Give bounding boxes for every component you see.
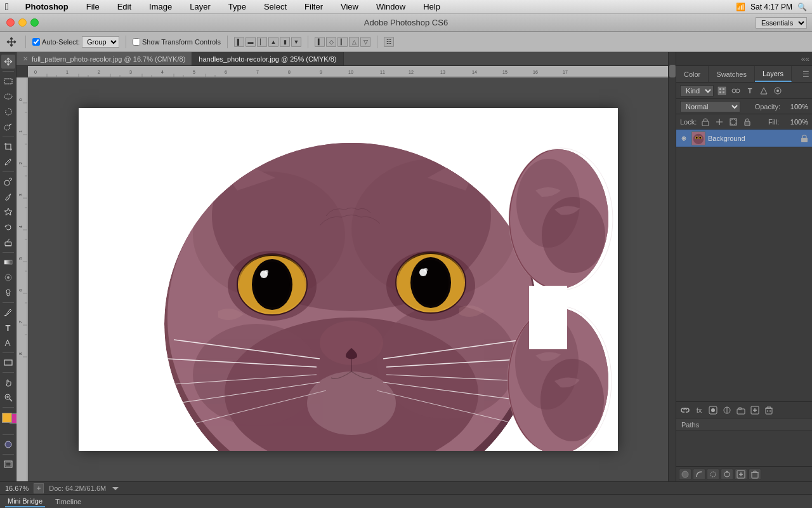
opacity-value[interactable]: 100% [783,103,808,110]
minimize-button[interactable] [18,18,27,27]
menu-photoshop[interactable]: Photoshop [22,2,72,11]
scroll-thumb[interactable] [669,65,676,77]
workspace-dropdown[interactable]: Essentials [756,17,807,29]
layer-link-btn[interactable] [679,404,691,417]
zoom-icon[interactable] [34,483,44,493]
layer-delete-btn[interactable] [763,404,775,417]
tool-path-select[interactable] [1,336,15,350]
tool-clone-stamp[interactable] [1,205,15,219]
align-top-btn[interactable]: ▲ [268,37,278,47]
tool-zoom[interactable] [1,391,15,404]
layer-group-btn[interactable] [735,404,747,417]
align-bottom-btn[interactable]: ▼ [291,37,301,47]
tab-timeline[interactable]: Timeline [53,497,84,507]
new-path-btn[interactable] [735,469,747,480]
kind-smart-icon[interactable] [772,85,783,97]
tool-crop[interactable] [1,140,15,154]
menu-layer[interactable]: Layer [186,2,214,11]
dist-top-btn[interactable]: △ [349,37,359,47]
tool-gradient[interactable] [1,255,15,269]
tool-brush[interactable] [1,190,15,204]
tool-quick-mask[interactable] [1,438,15,451]
align-right-btn[interactable]: ▏ [257,37,267,47]
tab-full-pattern[interactable]: ✕ full_pattern_photo-recolor.jpg @ 16.7%… [16,52,192,65]
tool-eraser[interactable] [1,236,15,250]
dist-center-v-btn[interactable]: ▽ [360,37,370,47]
tab-mini-bridge[interactable]: Mini Bridge [5,496,45,507]
tool-pen[interactable] [1,305,15,319]
align-center-v-btn[interactable]: ▮ [280,37,290,47]
doc-size-arrow[interactable] [111,484,120,493]
dist-center-h-btn[interactable]: ◇ [326,37,336,47]
layer-fx-btn[interactable]: fx [693,404,705,417]
layer-adj-btn[interactable] [721,404,733,417]
tool-lasso[interactable] [1,105,15,119]
tool-blur[interactable] [1,271,15,284]
tab-handles[interactable]: handles_photo-recolor.jpg @ 25% (CMYK/8) [192,52,343,65]
delete-path-btn[interactable] [749,469,761,480]
menu-file[interactable]: File [82,2,103,11]
selection-to-path-btn[interactable] [721,469,733,480]
path-to-selection-btn[interactable] [707,469,719,480]
close-button[interactable] [6,18,15,27]
kind-adjust-icon[interactable] [730,85,742,97]
menu-help[interactable]: Help [419,2,444,11]
path-fill-btn[interactable] [679,469,691,480]
kind-pixel-icon[interactable] [716,85,728,97]
tool-hand[interactable] [1,375,15,389]
lock-pixels-icon[interactable] [700,117,710,127]
menu-image[interactable]: Image [145,2,176,11]
workspace-selector[interactable]: Essentials [756,17,807,29]
apple-menu[interactable]:  [5,1,9,13]
path-stroke-btn[interactable] [693,469,705,480]
transform-controls-checkbox[interactable] [133,38,140,46]
tool-move[interactable] [1,55,15,69]
panel-tab-layers[interactable]: Layers [755,66,792,82]
align-left-btn[interactable]: ▌ [234,37,244,47]
tool-rect-shape[interactable] [1,356,15,370]
tool-heal[interactable] [1,175,15,189]
lock-all-icon[interactable] [742,117,752,127]
kind-type-icon[interactable]: T [744,85,756,97]
kind-shape-icon[interactable] [758,85,769,97]
auto-select-dropdown[interactable]: Group Layer [82,36,119,48]
tool-dodge[interactable] [1,286,15,300]
tool-screen-mode[interactable] [1,457,15,471]
dist-right-btn[interactable]: ▎ [337,37,348,47]
panel-options-btn[interactable]: ☰ [802,66,812,82]
lock-artboard-icon[interactable] [728,117,738,127]
layer-item-background[interactable]: Background [676,130,812,147]
layer-mask-btn[interactable] [707,404,719,417]
maximize-button[interactable] [30,18,39,27]
tool-type[interactable]: T [1,321,15,335]
menubar-search-icon[interactable]: 🔍 [797,3,807,11]
panel-tab-color[interactable]: Color [676,66,709,82]
tool-eyedropper[interactable] [1,155,15,169]
fill-value[interactable]: 100% [783,118,808,126]
foreground-color[interactable] [2,413,12,423]
menu-view[interactable]: View [337,2,362,11]
canvas-viewport[interactable] [28,77,668,481]
lock-move-icon[interactable] [714,117,724,127]
panel-options-icon[interactable]: ☰ [802,70,809,79]
menu-window[interactable]: Window [372,2,409,11]
tool-marquee-ellipse[interactable] [1,90,15,104]
layer-visibility-toggle[interactable] [679,133,689,144]
layer-new-btn[interactable] [749,404,761,417]
panel-tab-swatches[interactable]: Swatches [709,66,755,82]
panel-collapse-btn[interactable]: «« [801,55,809,64]
tool-history-brush[interactable] [1,220,15,234]
menu-filter[interactable]: Filter [301,2,327,11]
menu-type[interactable]: Type [225,2,250,11]
blend-mode-dropdown[interactable]: Normal Dissolve Multiply Screen Overlay [680,101,740,112]
tab-close-1[interactable]: ✕ [23,55,28,62]
layers-kind-dropdown[interactable]: Kind [680,85,714,97]
align-center-h-btn[interactable]: ▬ [246,37,256,47]
auto-select-checkbox[interactable] [32,38,40,46]
right-scrollbar[interactable] [668,52,676,481]
arrange-btn[interactable]: ☷ [384,37,394,47]
menu-edit[interactable]: Edit [114,2,135,11]
tool-quick-select[interactable] [1,120,15,134]
menu-select[interactable]: Select [260,2,291,11]
tool-marquee-rect[interactable] [1,74,15,88]
